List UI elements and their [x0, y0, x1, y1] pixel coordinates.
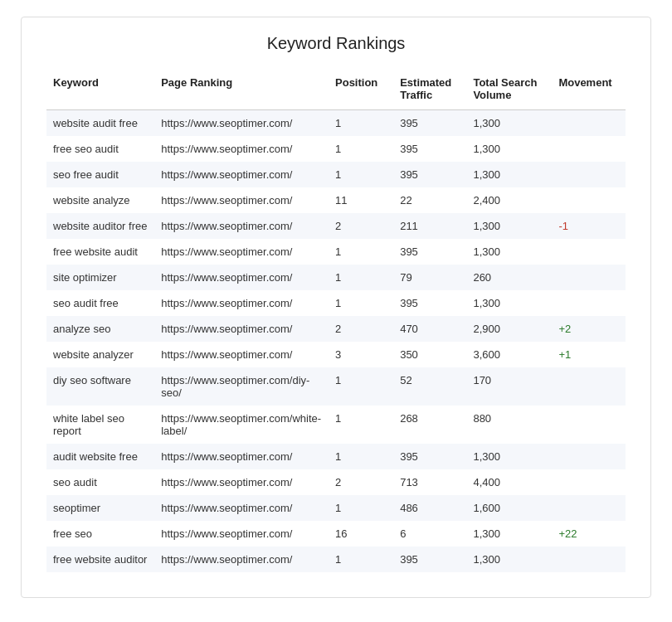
table-row: free seo https://www.seoptimer.com/ 16 6… [46, 521, 626, 547]
cell-position: 16 [329, 521, 393, 547]
cell-keyword: free seo audit [46, 136, 154, 162]
cell-traffic: 79 [393, 265, 466, 290]
table-row: free website auditor https://www.seoptim… [46, 547, 626, 572]
cell-position: 2 [329, 469, 393, 495]
table-row: seo audit https://www.seoptimer.com/ 2 7… [46, 469, 626, 495]
cell-movement [552, 406, 626, 444]
cell-volume: 1,300 [466, 239, 552, 265]
cell-traffic: 22 [393, 187, 466, 213]
cell-traffic: 395 [393, 290, 466, 316]
cell-page: https://www.seoptimer.com/ [154, 162, 329, 187]
cell-movement: +2 [552, 316, 626, 342]
cell-movement: +1 [552, 342, 626, 367]
cell-page: https://www.seoptimer.com/ [154, 547, 329, 572]
cell-position: 1 [329, 495, 393, 521]
cell-position: 3 [329, 342, 393, 367]
table-row: website analyze https://www.seoptimer.co… [46, 187, 626, 213]
cell-movement [552, 547, 626, 572]
cell-volume: 1,300 [466, 136, 552, 162]
cell-volume: 2,900 [466, 316, 552, 342]
cell-position: 1 [329, 110, 393, 137]
cell-movement [552, 162, 626, 187]
table-row: website auditor free https://www.seoptim… [46, 213, 626, 239]
cell-keyword: free seo [46, 521, 154, 547]
cell-movement [552, 469, 626, 495]
cell-position: 1 [329, 547, 393, 572]
cell-volume: 4,400 [466, 469, 552, 495]
cell-page: https://www.seoptimer.com/ [154, 187, 329, 213]
cell-volume: 1,300 [466, 162, 552, 187]
cell-volume: 3,600 [466, 342, 552, 367]
page-title: Keyword Rankings [46, 34, 626, 53]
cell-keyword: free website audit [46, 239, 154, 265]
table-row: seo audit free https://www.seoptimer.com… [46, 290, 626, 316]
cell-position: 11 [329, 187, 393, 213]
cell-position: 1 [329, 239, 393, 265]
table-row: seo free audit https://www.seoptimer.com… [46, 162, 626, 187]
cell-keyword: analyze seo [46, 316, 154, 342]
col-header-position: Position [329, 70, 393, 110]
col-header-movement: Movement [552, 70, 626, 110]
cell-page: https://www.seoptimer.com/ [154, 110, 329, 137]
cell-position: 1 [329, 162, 393, 187]
cell-page: https://www.seoptimer.com/ [154, 469, 329, 495]
keyword-rankings-table: Keyword Page Ranking Position Estimated … [46, 70, 626, 572]
col-header-page: Page Ranking [154, 70, 329, 110]
cell-volume: 1,300 [466, 521, 552, 547]
cell-movement: -1 [552, 213, 626, 239]
cell-keyword: audit website free [46, 444, 154, 469]
cell-page: https://www.seoptimer.com/ [154, 521, 329, 547]
table-row: seoptimer https://www.seoptimer.com/ 1 4… [46, 495, 626, 521]
table-row: analyze seo https://www.seoptimer.com/ 2… [46, 316, 626, 342]
cell-page: https://www.seoptimer.com/ [154, 265, 329, 290]
cell-keyword: seo audit [46, 469, 154, 495]
cell-traffic: 395 [393, 136, 466, 162]
table-row: free seo audit https://www.seoptimer.com… [46, 136, 626, 162]
cell-volume: 2,400 [466, 187, 552, 213]
cell-traffic: 395 [393, 239, 466, 265]
cell-movement [552, 495, 626, 521]
cell-volume: 1,600 [466, 495, 552, 521]
cell-keyword: website auditor free [46, 213, 154, 239]
cell-traffic: 395 [393, 444, 466, 469]
cell-movement [552, 444, 626, 469]
cell-keyword: website audit free [46, 110, 154, 137]
col-header-keyword: Keyword [46, 70, 154, 110]
cell-traffic: 52 [393, 367, 466, 406]
cell-traffic: 268 [393, 406, 466, 444]
cell-keyword: white label seo report [46, 406, 154, 444]
cell-page: https://www.seoptimer.com/ [154, 213, 329, 239]
table-row: website audit free https://www.seoptimer… [46, 110, 626, 137]
cell-position: 2 [329, 316, 393, 342]
cell-keyword: site optimizer [46, 265, 154, 290]
cell-position: 1 [329, 136, 393, 162]
cell-volume: 1,300 [466, 547, 552, 572]
cell-traffic: 211 [393, 213, 466, 239]
cell-volume: 260 [466, 265, 552, 290]
cell-keyword: website analyzer [46, 342, 154, 367]
cell-traffic: 486 [393, 495, 466, 521]
cell-keyword: seoptimer [46, 495, 154, 521]
cell-movement [552, 290, 626, 316]
cell-position: 1 [329, 265, 393, 290]
cell-movement [552, 187, 626, 213]
cell-keyword: diy seo software [46, 367, 154, 406]
cell-volume: 1,300 [466, 290, 552, 316]
table-row: site optimizer https://www.seoptimer.com… [46, 265, 626, 290]
cell-traffic: 470 [393, 316, 466, 342]
cell-volume: 1,300 [466, 444, 552, 469]
cell-keyword: seo audit free [46, 290, 154, 316]
cell-traffic: 395 [393, 547, 466, 572]
cell-position: 1 [329, 406, 393, 444]
main-container: Keyword Rankings Keyword Page Ranking Po… [21, 17, 651, 598]
cell-page: https://www.seoptimer.com/diy-seo/ [154, 367, 329, 406]
cell-traffic: 350 [393, 342, 466, 367]
cell-position: 1 [329, 290, 393, 316]
cell-traffic: 6 [393, 521, 466, 547]
table-row: free website audit https://www.seoptimer… [46, 239, 626, 265]
cell-page: https://www.seoptimer.com/ [154, 316, 329, 342]
cell-movement [552, 110, 626, 137]
cell-keyword: free website auditor [46, 547, 154, 572]
table-row: diy seo software https://www.seoptimer.c… [46, 367, 626, 406]
table-header-row: Keyword Page Ranking Position Estimated … [46, 70, 626, 110]
